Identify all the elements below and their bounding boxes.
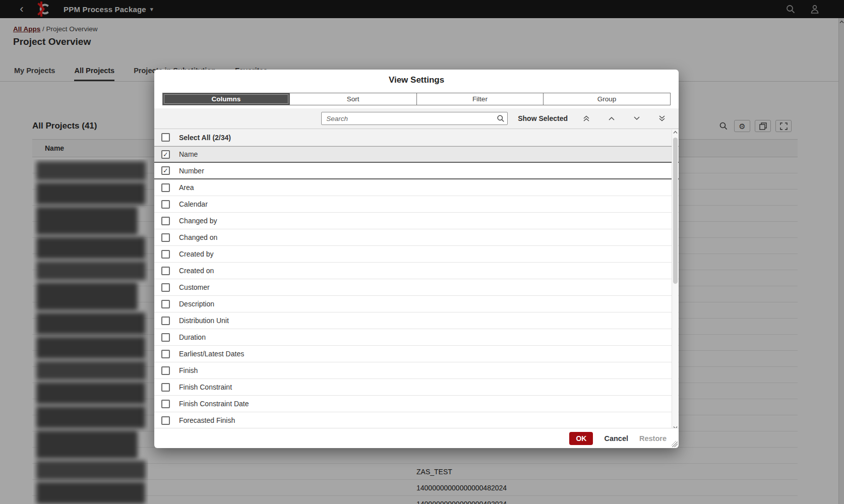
column-item-label: Distribution Unit — [179, 317, 229, 325]
column-item-label: Changed on — [179, 233, 217, 241]
column-item-name[interactable]: ✓ Name — [154, 146, 679, 163]
checkbox[interactable] — [161, 400, 170, 408]
column-item-finish-constraint-date[interactable]: Finish Constraint Date — [154, 396, 679, 412]
search-icon[interactable] — [786, 4, 796, 14]
column-item-label: Created on — [179, 267, 214, 275]
columns-search-input[interactable] — [321, 112, 508, 125]
double-chevron-up-icon — [582, 115, 590, 122]
app-switcher[interactable]: PPM Process Package ▾ — [64, 5, 153, 14]
column-item-label: Finish Constraint — [179, 383, 232, 391]
dialog-tab-sort[interactable]: Sort — [289, 93, 417, 105]
checkbox[interactable] — [161, 333, 170, 342]
scrollbar-thumb[interactable] — [673, 138, 678, 284]
column-item-label: Finish Constraint Date — [179, 400, 249, 408]
column-item-description[interactable]: Description — [154, 296, 679, 312]
caret-down-icon: ▾ — [150, 6, 153, 13]
column-item-label: Name — [179, 150, 198, 158]
user-icon[interactable] — [810, 4, 820, 14]
column-item-area[interactable]: Area — [154, 179, 679, 196]
dialog-footer: OK Cancel Restore — [154, 428, 679, 448]
columns-list: Select All (2/34) ✓ Name ✓ Number Area C… — [154, 129, 679, 428]
checkbox[interactable] — [161, 233, 170, 242]
dialog-tab-columns[interactable]: Columns — [162, 93, 290, 105]
search-field-wrap — [321, 112, 508, 125]
checkbox[interactable] — [161, 283, 170, 292]
resize-grip[interactable] — [672, 441, 678, 447]
column-item-label: Finish — [179, 366, 198, 374]
check-icon: ✓ — [163, 167, 168, 174]
column-item-label: Earliest/Latest Dates — [179, 350, 244, 358]
dialog-tab-filter[interactable]: Filter — [416, 93, 544, 105]
app-title: PPM Process Package — [64, 5, 146, 14]
dialog-search-row: Show Selected — [154, 108, 679, 129]
column-item-number[interactable]: ✓ Number — [154, 163, 679, 179]
checkbox-checked[interactable]: ✓ — [161, 166, 170, 175]
column-item-finish-constraint[interactable]: Finish Constraint — [154, 379, 679, 396]
show-selected-toggle[interactable]: Show Selected — [518, 114, 568, 122]
chevron-up-icon — [608, 116, 616, 121]
move-to-bottom-button[interactable] — [655, 112, 669, 125]
column-item-changed-on[interactable]: Changed on — [154, 229, 679, 246]
select-all-checkbox[interactable] — [161, 133, 170, 142]
dialog-title: View Settings — [154, 70, 679, 91]
column-item-customer[interactable]: Customer — [154, 279, 679, 296]
select-all-label: Select All (2/34) — [179, 134, 231, 142]
topbar-actions — [786, 4, 844, 14]
column-item-duration[interactable]: Duration — [154, 329, 679, 346]
column-item-earliest-latest-dates[interactable]: Earliest/Latest Dates — [154, 346, 679, 362]
checkbox-checked[interactable]: ✓ — [161, 150, 170, 159]
checkbox[interactable] — [161, 183, 170, 192]
column-item-label: Created by — [179, 250, 213, 258]
column-item-label: Duration — [179, 333, 206, 341]
checkbox[interactable] — [161, 350, 170, 358]
dialog-tab-group[interactable]: Group — [543, 93, 671, 105]
restore-button[interactable]: Restore — [639, 434, 667, 443]
column-item-label: Calendar — [179, 200, 208, 208]
column-item-calendar[interactable]: Calendar — [154, 196, 679, 213]
app-screen: ‹ PPM Process Package ▾ All Apps / Proje… — [0, 0, 844, 504]
column-item-label: Number — [179, 167, 204, 175]
column-item-created-by[interactable]: Created by — [154, 246, 679, 263]
column-item-label: Description — [179, 300, 214, 308]
checkbox[interactable] — [161, 267, 170, 275]
search-icon[interactable] — [497, 114, 505, 122]
checkbox[interactable] — [161, 200, 170, 209]
column-item-label: Forecasted Finish — [179, 416, 235, 424]
checkbox[interactable] — [161, 383, 170, 392]
checkbox[interactable] — [161, 217, 170, 225]
column-item-label: Customer — [179, 283, 210, 291]
double-chevron-down-icon — [658, 115, 666, 122]
cancel-button[interactable]: Cancel — [604, 434, 628, 443]
column-item-forecasted-finish[interactable]: Forecasted Finish — [154, 412, 679, 428]
column-item-label: Changed by — [179, 217, 217, 225]
ok-button[interactable]: OK — [569, 432, 593, 445]
list-scrollbar[interactable] — [672, 130, 678, 428]
column-item-finish[interactable]: Finish — [154, 362, 679, 379]
view-settings-dialog: View Settings Columns Sort Filter Group … — [154, 70, 679, 448]
checkbox[interactable] — [161, 317, 170, 325]
move-to-top-button[interactable] — [580, 112, 593, 125]
back-icon[interactable]: ‹ — [15, 2, 28, 17]
column-item-created-on[interactable]: Created on — [154, 263, 679, 279]
check-icon: ✓ — [163, 151, 168, 158]
column-item-label: Area — [179, 183, 194, 192]
checkbox[interactable] — [161, 300, 170, 308]
move-down-button[interactable] — [630, 112, 643, 125]
checkbox[interactable] — [161, 366, 170, 375]
app-logo-icon — [35, 2, 52, 17]
column-item-distribution-unit[interactable]: Distribution Unit — [154, 312, 679, 329]
chevron-down-icon — [633, 116, 641, 121]
select-all-row[interactable]: Select All (2/34) — [154, 129, 679, 146]
dialog-tabbar: Columns Sort Filter Group — [162, 93, 671, 105]
top-bar: ‹ PPM Process Package ▾ — [0, 0, 844, 18]
scroll-up-icon — [673, 131, 678, 134]
move-up-button[interactable] — [605, 112, 618, 125]
checkbox[interactable] — [161, 250, 170, 259]
checkbox[interactable] — [161, 416, 170, 425]
column-item-changed-by[interactable]: Changed by — [154, 213, 679, 229]
